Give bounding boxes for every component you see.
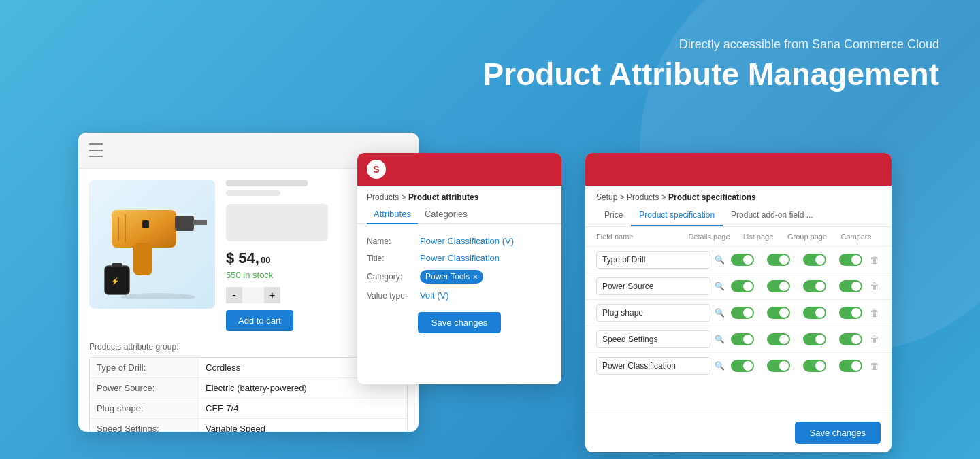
delete-icon-2[interactable]: 🗑 [868,307,881,318]
spec-row-4: 🔍 🗑 [585,352,892,379]
form-label-category: Category: [367,272,414,282]
card3-body: Setup > Products > Product specification… [585,186,892,452]
toggle-list-btn-0[interactable] [767,254,790,266]
spec-field-input-4[interactable] [596,357,710,375]
toggle-group-btn-3[interactable] [803,333,826,345]
sana-logo-letter: S [373,164,379,175]
delete-icon-3[interactable]: 🗑 [868,334,881,345]
toggle-group-btn-4[interactable] [803,360,826,372]
spec-field-input-1[interactable] [596,277,710,295]
img-placeholder [226,204,328,241]
qty-minus-button[interactable]: - [226,287,242,303]
spec-row-0: 🔍 🗑 [585,246,892,273]
toggle-compare-3 [833,333,869,345]
toggle-group-4 [797,360,833,372]
tab-attributes[interactable]: Attributes [367,205,418,224]
attr-label-1: Power Source: [90,378,199,398]
toggle-compare-0 [833,254,869,266]
toggle-group-1 [797,280,833,292]
toggle-details-btn-2[interactable] [731,307,754,319]
spec-row-2: 🔍 🗑 [585,299,892,326]
spec-field-1: 🔍 [596,277,725,295]
qty-display [242,287,264,303]
svg-text:⚡: ⚡ [111,277,120,286]
breadcrumb-prefix: Products > [367,192,408,202]
toggle-compare-btn-1[interactable] [839,280,862,292]
header-section: Directly accessible from Sana Commerce C… [483,37,939,92]
spec-field-0: 🔍 [596,251,725,269]
delete-icon-0[interactable]: 🗑 [868,254,881,265]
drill-svg: ⚡ [98,190,207,299]
toggle-details-1 [725,280,761,292]
spec-rows-container: 🔍 🗑 🔍 🗑 [585,246,892,413]
svg-rect-9 [112,263,122,267]
toggle-group-btn-0[interactable] [803,254,826,266]
tab-price[interactable]: Price [596,205,631,226]
spec-field-input-3[interactable] [596,330,710,348]
form-row-category: Category: Power Tools ✕ [357,267,561,287]
delete-icon-4[interactable]: 🗑 [868,360,881,371]
spec-row-1: 🔍 🗑 [585,273,892,299]
toggle-compare-btn-0[interactable] [839,254,862,266]
toggle-list-btn-4[interactable] [767,360,790,372]
toggle-details-btn-0[interactable] [731,254,754,266]
hamburger-line-3 [89,156,103,157]
form-label-title: Title: [367,254,414,263]
toggle-list-btn-2[interactable] [767,307,790,319]
price-cents: 00 [261,255,270,265]
toggle-group-btn-2[interactable] [803,307,826,319]
form-value-title: Power Classification [420,253,552,263]
card3-breadcrumb: Setup > Products > Product specification… [585,186,892,205]
svg-rect-1 [112,210,176,248]
form-row-name: Name: Power Classification (V) [357,233,561,250]
svg-point-11 [120,293,195,299]
card2-save-button[interactable]: Save changes [418,312,501,333]
toggle-details-btn-3[interactable] [731,333,754,345]
toggle-details-3 [725,333,761,345]
toggle-details-btn-1[interactable] [731,280,754,292]
tab-product-addon-field[interactable]: Product add-on field ... [723,205,821,226]
toggle-details-4 [725,360,761,372]
breadcrumb-bold: Product attributes [408,192,478,202]
header-title: Product Attribute Management [483,57,939,92]
qty-plus-button[interactable]: + [264,287,280,303]
search-icon-1: 🔍 [715,282,725,291]
spec-row-3: 🔍 🗑 [585,326,892,352]
spec-field-input-2[interactable] [596,304,710,322]
toggle-compare-btn-4[interactable] [839,360,862,372]
hamburger-line-2 [89,150,103,151]
toggle-group-btn-1[interactable] [803,280,826,292]
delete-icon-1[interactable]: 🗑 [868,281,881,292]
form-label-valuetype: Value type: [367,291,414,301]
tab-categories[interactable]: Categories [418,205,474,223]
spec-field-2: 🔍 [596,304,725,322]
toggle-group-2 [797,307,833,319]
toggle-group-3 [797,333,833,345]
search-icon-2: 🔍 [715,308,725,318]
category-chip-remove[interactable]: ✕ [472,273,478,281]
tab-product-specification[interactable]: Product specification [631,205,723,226]
spec-field-4: 🔍 [596,357,725,375]
spec-field-input-0[interactable] [596,251,710,269]
category-chip[interactable]: Power Tools ✕ [420,270,483,284]
toggle-list-0 [761,254,797,266]
toggle-list-3 [761,333,797,345]
svg-rect-5 [142,220,149,228]
toggle-compare-btn-3[interactable] [839,333,862,345]
table-row: Speed Settings: Variable Speed [90,419,407,432]
price-main: $ 54, [226,250,259,267]
col-compare: Compare [832,233,881,241]
toggle-compare-1 [833,280,869,292]
toggle-list-btn-1[interactable] [767,280,790,292]
toggle-details-btn-4[interactable] [731,360,754,372]
toggle-list-btn-3[interactable] [767,333,790,345]
card3-footer: Save changes [585,413,892,452]
toggle-compare-btn-2[interactable] [839,307,862,319]
form-label-name: Name: [367,237,414,246]
col-group-page: Group page [783,233,832,241]
table-row: Plug shape: CEE 7/4 [90,398,407,419]
toggle-list-4 [761,360,797,372]
card3-save-button[interactable]: Save changes [795,422,881,444]
add-to-cart-button[interactable]: Add to cart [226,310,293,331]
form-value-valuetype: Volt (V) [420,290,552,301]
